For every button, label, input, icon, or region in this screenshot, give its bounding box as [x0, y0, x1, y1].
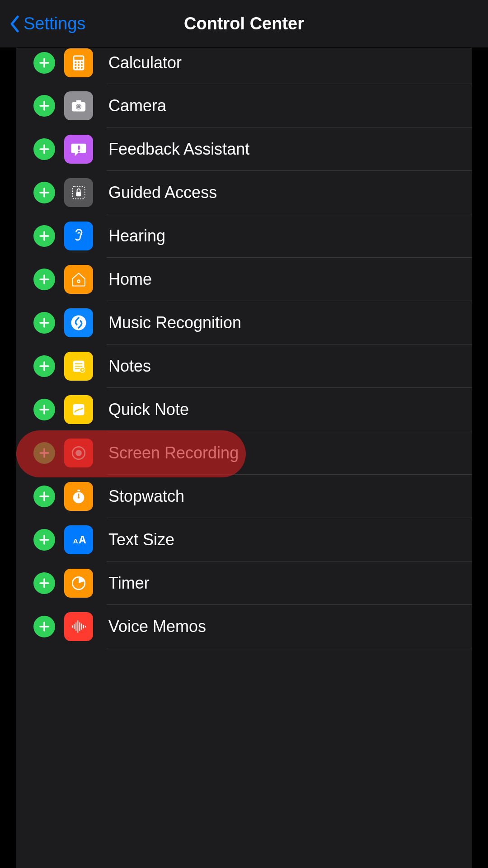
svg-rect-67: [74, 624, 75, 629]
control-label: Calculator: [108, 53, 182, 72]
feedback-icon: [64, 135, 93, 164]
add-button[interactable]: [33, 182, 55, 203]
svg-rect-26: [76, 192, 81, 197]
timer-icon: [64, 569, 93, 598]
control-label: Camera: [108, 96, 166, 115]
svg-text:A: A: [73, 537, 78, 545]
svg-rect-72: [83, 625, 84, 628]
control-label: Feedback Assistant: [108, 140, 249, 159]
svg-rect-54: [77, 490, 80, 491]
svg-point-9: [81, 64, 83, 66]
svg-point-7: [75, 64, 76, 66]
svg-rect-66: [72, 625, 73, 628]
control-row-quick-note[interactable]: Quick Note: [16, 388, 472, 431]
quick-note-icon: [64, 395, 93, 424]
record-icon: [64, 439, 93, 467]
svg-rect-68: [75, 622, 76, 631]
control-label: Screen Recording: [108, 443, 239, 462]
add-button[interactable]: [33, 355, 55, 377]
control-label: Text Size: [108, 530, 174, 549]
control-row-home[interactable]: Home: [16, 258, 472, 301]
control-label: Voice Memos: [108, 617, 206, 636]
control-row-feedback-assistant[interactable]: Feedback Assistant: [16, 127, 472, 171]
ear-icon: [64, 222, 93, 250]
control-label: Guided Access: [108, 183, 217, 202]
svg-text:A: A: [79, 534, 86, 546]
notes-icon: [64, 352, 93, 381]
control-label: Timer: [108, 574, 150, 593]
text-size-icon: AA: [64, 525, 93, 554]
svg-point-8: [78, 64, 80, 66]
svg-point-11: [78, 67, 80, 69]
add-button[interactable]: [33, 225, 55, 247]
add-button[interactable]: [33, 572, 55, 594]
svg-rect-71: [81, 623, 82, 630]
add-button[interactable]: [33, 269, 55, 290]
svg-point-4: [75, 61, 76, 63]
svg-point-5: [78, 61, 80, 63]
control-label: Notes: [108, 357, 151, 376]
svg-rect-21: [78, 146, 80, 150]
home-icon: [64, 265, 93, 294]
svg-rect-70: [79, 622, 80, 631]
svg-point-10: [75, 67, 76, 69]
control-label: Music Recognition: [108, 313, 241, 332]
control-row-camera[interactable]: Camera: [16, 84, 472, 127]
svg-rect-73: [85, 626, 86, 627]
add-button[interactable]: [33, 312, 55, 334]
add-button[interactable]: [33, 616, 55, 637]
svg-point-12: [81, 67, 83, 69]
svg-point-31: [77, 280, 80, 283]
add-button[interactable]: [33, 138, 55, 160]
control-row-music-recognition[interactable]: Music Recognition: [16, 301, 472, 344]
control-label: Stopwatch: [108, 487, 184, 506]
control-row-hearing[interactable]: Hearing: [16, 214, 472, 258]
back-button[interactable]: Settings: [8, 0, 85, 47]
waveform-icon: [64, 612, 93, 641]
lock-dashed-icon: [64, 178, 93, 207]
svg-point-6: [81, 61, 83, 63]
svg-rect-3: [74, 57, 83, 60]
control-row-timer[interactable]: Timer: [16, 561, 472, 605]
add-button[interactable]: [33, 442, 55, 464]
control-row-calculator[interactable]: Calculator: [16, 48, 472, 84]
control-row-text-size[interactable]: AAText Size: [16, 518, 472, 561]
add-button[interactable]: [33, 52, 55, 74]
add-button[interactable]: [33, 486, 55, 507]
calculator-icon: [64, 48, 93, 77]
svg-point-50: [75, 450, 82, 456]
add-button[interactable]: [33, 95, 55, 117]
stopwatch-icon: [64, 482, 93, 511]
svg-point-22: [78, 151, 80, 152]
control-label: Home: [108, 270, 152, 289]
chevron-left-icon: [8, 14, 21, 34]
control-row-stopwatch[interactable]: Stopwatch: [16, 475, 472, 518]
nav-header: Settings Control Center: [0, 0, 488, 48]
control-label: Quick Note: [108, 400, 189, 419]
controls-list: CalculatorCameraFeedback AssistantGuided…: [16, 48, 472, 868]
svg-rect-16: [76, 100, 81, 103]
control-row-screen-recording[interactable]: Screen Recording: [16, 431, 472, 475]
svg-rect-69: [77, 620, 78, 633]
control-row-notes[interactable]: Notes: [16, 344, 472, 388]
svg-point-56: [78, 497, 80, 499]
shazam-icon: [64, 308, 93, 337]
control-label: Hearing: [108, 226, 165, 245]
control-row-voice-memos[interactable]: Voice Memos: [16, 605, 472, 648]
add-button[interactable]: [33, 399, 55, 420]
control-row-guided-access[interactable]: Guided Access: [16, 171, 472, 214]
add-button[interactable]: [33, 529, 55, 551]
back-label: Settings: [23, 14, 85, 33]
camera-icon: [64, 91, 93, 120]
